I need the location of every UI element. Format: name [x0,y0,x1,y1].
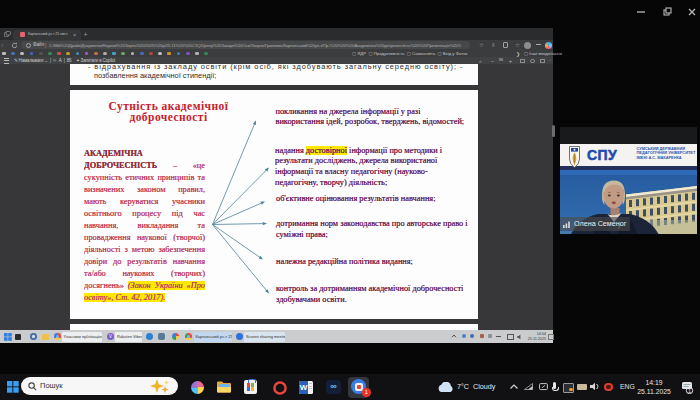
svg-text:1: 1 [688,388,691,394]
